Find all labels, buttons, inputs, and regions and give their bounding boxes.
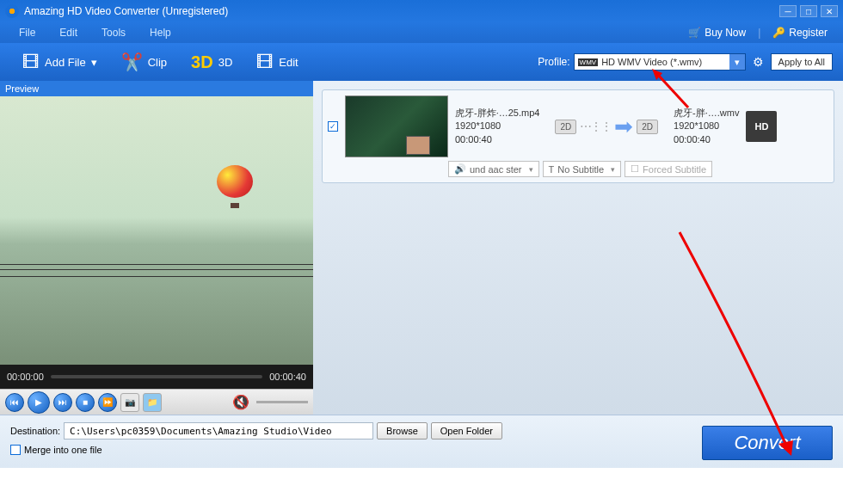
output-resolution: 1920*1080	[674, 120, 739, 132]
apply-to-all-button[interactable]: Apply to All	[771, 53, 833, 71]
destination-label: Destination:	[10, 426, 60, 436]
film-add-icon: 🎞	[22, 52, 40, 72]
chevron-down-icon: ▾	[611, 165, 615, 174]
add-file-button[interactable]: 🎞 Add File ▾	[10, 52, 109, 72]
wires-decoration	[0, 269, 313, 270]
chevron-down-icon: ▾	[529, 165, 533, 174]
subtitle-select[interactable]: T No Subtitle ▾	[543, 161, 622, 177]
add-file-label: Add File	[45, 56, 86, 69]
snapshot-button[interactable]: 📷	[120, 393, 139, 412]
chevron-down-icon: ▾	[729, 54, 745, 70]
preview-pane: Preview 00:00:00 00:00:40 ⏮ ▶ ⏭ ■ ⏩ 📷 📁 …	[0, 81, 313, 415]
file-thumbnail[interactable]	[345, 95, 448, 157]
output-duration: 00:00:40	[674, 133, 739, 146]
toolbar: 🎞 Add File ▾ ✂️ Clip 3D 3D 🎞 Edit Profil…	[0, 43, 843, 81]
folder-button[interactable]: 📁	[143, 393, 162, 412]
time-total: 00:00:40	[269, 372, 306, 382]
edit-button[interactable]: 🎞 Edit	[244, 52, 310, 72]
seek-track[interactable]	[51, 375, 262, 378]
stop-button[interactable]: ■	[76, 393, 95, 412]
menu-tools[interactable]: Tools	[89, 27, 138, 39]
profile-select[interactable]: WMV HD WMV Video (*.wmv) ▾	[574, 53, 746, 71]
maximize-button[interactable]: □	[800, 5, 817, 17]
volume-slider[interactable]	[256, 401, 308, 403]
source-duration: 00:00:40	[455, 133, 539, 146]
source-filename: 虎牙-胖炸·…25.mp4	[455, 107, 539, 120]
close-button[interactable]: ✕	[821, 5, 838, 17]
window-title: Amazing HD Video Converter (Unregistered…	[24, 5, 779, 17]
three-d-button[interactable]: 3D 3D	[179, 52, 244, 72]
clip-button[interactable]: ✂️ Clip	[109, 52, 179, 72]
file-checkbox[interactable]: ✓	[328, 121, 338, 132]
app-logo-icon	[5, 4, 19, 18]
hd-badge: HD	[746, 111, 777, 142]
subtitle-icon: T	[549, 164, 555, 175]
minimize-button[interactable]: ─	[779, 5, 797, 17]
menu-file[interactable]: File	[7, 27, 47, 39]
buy-now-label: Buy Now	[705, 27, 746, 39]
three-d-label: 3D	[218, 56, 233, 69]
mute-icon[interactable]: 🔇	[232, 394, 249, 410]
output-filename: 虎牙-胖·….wmv	[674, 107, 739, 120]
play-button[interactable]: ▶	[28, 391, 50, 414]
cart-icon: 🛒	[688, 27, 701, 39]
convert-button[interactable]: Convert	[702, 426, 833, 460]
output-info: 虎牙-胖·….wmv 1920*1080 00:00:40	[674, 107, 739, 146]
checkbox-icon: ☐	[631, 163, 639, 175]
subtitle-value: No Subtitle	[557, 164, 604, 175]
buy-now-link[interactable]: 🛒 Buy Now	[680, 27, 754, 39]
key-icon: 🔑	[772, 27, 785, 39]
audio-icon: 🔊	[454, 163, 466, 175]
profile-label: Profile:	[538, 56, 569, 68]
forced-subtitle-label: Forced Subtitle	[643, 164, 706, 175]
file-list-pane: ✓ 虎牙-胖炸·…25.mp4 1920*1080 00:00:40 2D ⋯⋮…	[313, 81, 843, 415]
menubar: File Edit Tools Help 🛒 Buy Now | 🔑 Regis…	[0, 22, 843, 43]
profile-value: HD WMV Video (*.wmv)	[601, 57, 702, 67]
browse-button[interactable]: Browse	[377, 422, 428, 439]
file-item: ✓ 虎牙-胖炸·…25.mp4 1920*1080 00:00:40 2D ⋯⋮…	[322, 89, 834, 183]
destination-input[interactable]	[64, 422, 373, 439]
menu-help[interactable]: Help	[138, 27, 183, 39]
arrow-right-icon: ➡	[614, 114, 633, 140]
source-resolution: 1920*1080	[455, 120, 539, 132]
balloon-icon	[217, 165, 253, 208]
bottom-bar: Destination: Browse Open Folder ✓ Merge …	[0, 415, 843, 468]
player-controls: ⏮ ▶ ⏭ ■ ⏩ 📷 📁 🔇	[0, 389, 313, 415]
preview-header: Preview	[0, 81, 313, 96]
film-edit-icon: 🎞	[256, 52, 274, 72]
scissors-icon: ✂️	[121, 52, 143, 72]
next-button[interactable]: ⏭	[53, 393, 72, 412]
register-label: Register	[789, 27, 828, 39]
source-info: 虎牙-胖炸·…25.mp4 1920*1080 00:00:40	[455, 107, 539, 146]
chevron-down-icon: ▾	[91, 56, 97, 69]
conversion-arrow: 2D ⋯⋮⋮ ➡ 2D	[555, 114, 658, 140]
source-mode-badge: 2D	[555, 120, 576, 134]
time-bar: 00:00:00 00:00:40	[0, 365, 313, 389]
dots-icon: ⋯⋮⋮	[580, 120, 611, 133]
audio-value: und aac ster	[470, 164, 522, 175]
forced-subtitle-toggle[interactable]: ☐ Forced Subtitle	[625, 161, 712, 177]
merge-checkbox[interactable]: ✓	[10, 445, 21, 455]
step-fwd-button[interactable]: ⏩	[98, 393, 117, 412]
register-link[interactable]: 🔑 Register	[764, 27, 836, 39]
separator: |	[754, 27, 764, 39]
main-area: Preview 00:00:00 00:00:40 ⏮ ▶ ⏭ ■ ⏩ 📷 📁 …	[0, 81, 843, 415]
format-icon: WMV	[578, 58, 599, 66]
open-folder-button[interactable]: Open Folder	[431, 422, 502, 439]
output-mode-badge: 2D	[637, 120, 658, 134]
settings-icon[interactable]: ⚙	[753, 55, 764, 69]
audio-track-select[interactable]: 🔊 und aac ster ▾	[448, 161, 539, 177]
menu-edit[interactable]: Edit	[47, 27, 89, 39]
prev-button[interactable]: ⏮	[5, 393, 24, 412]
three-d-icon: 3D	[191, 52, 213, 72]
edit-label: Edit	[279, 56, 298, 69]
clip-label: Clip	[148, 56, 167, 69]
titlebar: Amazing HD Video Converter (Unregistered…	[0, 0, 843, 22]
merge-label: Merge into one file	[24, 445, 102, 455]
time-current: 00:00:00	[7, 372, 44, 382]
preview-video[interactable]	[0, 96, 313, 365]
